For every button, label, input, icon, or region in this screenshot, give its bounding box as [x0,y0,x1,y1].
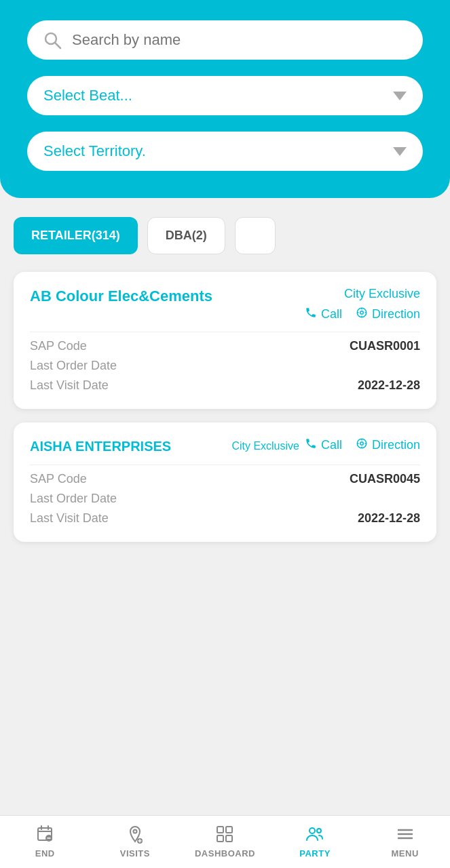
order-row-2: Last Order Date [30,492,420,506]
beat-chevron-icon [393,92,407,100]
visit-value-1: 2022-12-28 [358,378,420,393]
card-divider-1 [30,332,420,332]
order-label-1: Last Order Date [30,359,117,373]
svg-rect-24 [217,827,223,833]
nav-label-visits: VISITS [120,848,150,859]
menu-icon [394,823,417,846]
nav-label-dashboard: DASHBOARD [195,848,255,859]
svg-point-29 [317,829,321,833]
header-area: Select Beat... Select Territory. [0,0,450,198]
territory-chevron-icon [393,147,407,156]
visit-row-1: Last Visit Date 2022-12-28 [30,378,420,393]
retailer-card-1: AB Colour Elec&Cements City Exclusive Ca… [14,272,436,409]
search-input[interactable] [72,31,408,49]
tabs-area: RETAILER(314) DBA(2) [0,198,450,261]
direction-label-1: Direction [372,307,420,321]
nav-item-party[interactable]: PARTY [270,823,360,859]
nav-label-party: PARTY [299,848,331,859]
nav-item-dashboard[interactable]: DASHBOARD [180,823,270,859]
sap-value-1: CUASR0001 [350,339,420,353]
svg-rect-27 [226,835,232,842]
svg-line-1 [56,43,61,49]
svg-point-0 [45,33,56,44]
card-details-2: SAP Code CUASR0045 Last Order Date Last … [30,472,420,526]
bottom-nav: END VISITS DASHBOARD [0,815,450,868]
phone-icon-2 [305,437,317,453]
tab-other[interactable] [235,217,276,254]
search-bar [27,20,423,60]
territory-dropdown[interactable]: Select Territory. [27,132,423,171]
call-label-2: Call [321,438,342,452]
retailer-card-2: AISHA ENTERPRISES City Exclusive Call Di… [14,422,436,542]
visit-value-2: 2022-12-28 [358,511,420,526]
nav-item-menu[interactable]: MENU [360,823,450,859]
card-top-row-2: AISHA ENTERPRISES City Exclusive Call Di… [30,437,420,455]
retailer-name-1: AB Colour Elec&Cements [30,287,305,307]
direction-icon-1 [356,307,368,322]
order-row-1: Last Order Date [30,359,420,373]
tab-retailer[interactable]: RETAILER(314) [14,217,138,254]
svg-point-28 [310,828,315,833]
visit-label-2: Last Visit Date [30,511,109,526]
order-label-2: Last Order Date [30,492,117,506]
card-actions-2: Call Direction [305,437,420,453]
card-divider-2 [30,465,420,465]
end-icon [33,823,56,846]
beat-dropdown-label: Select Beat... [43,87,132,104]
sap-label-1: SAP Code [30,339,87,353]
svg-point-20 [133,830,136,833]
content-area: AB Colour Elec&Cements City Exclusive Ca… [0,261,450,868]
territory-dropdown-label: Select Territory. [43,142,146,160]
card-top-row-1: AB Colour Elec&Cements City Exclusive Ca… [30,287,420,322]
sap-row-2: SAP Code CUASR0045 [30,472,420,486]
phone-icon-1 [305,307,317,322]
visit-row-2: Last Visit Date 2022-12-28 [30,511,420,526]
call-button-1[interactable]: Call [305,307,342,322]
call-label-1: Call [321,307,342,321]
sap-value-2: CUASR0045 [350,472,420,486]
svg-rect-26 [217,835,223,842]
retailer-name-2: AISHA ENTERPRISES [30,437,225,455]
dashboard-icon [213,823,236,846]
party-icon [303,823,326,846]
city-exclusive-badge-2: City Exclusive [231,440,299,452]
city-exclusive-badge-1: City Exclusive [344,287,420,301]
nav-label-end: END [35,848,55,859]
direction-label-2: Direction [372,438,420,452]
sap-row-1: SAP Code CUASR0001 [30,339,420,353]
card-details-1: SAP Code CUASR0001 Last Order Date Last … [30,339,420,393]
tab-dba[interactable]: DBA(2) [147,217,225,254]
svg-point-9 [360,442,364,446]
svg-point-3 [360,311,364,315]
sap-label-2: SAP Code [30,472,87,486]
direction-button-2[interactable]: Direction [356,437,420,453]
nav-item-visits[interactable]: VISITS [90,823,181,859]
visits-icon [124,823,147,846]
beat-dropdown[interactable]: Select Beat... [27,76,423,115]
direction-icon-2 [356,437,368,453]
call-button-2[interactable]: Call [305,437,342,453]
search-icon [42,30,62,50]
nav-label-menu: MENU [392,848,419,859]
visit-label-1: Last Visit Date [30,378,109,393]
card-actions-1: Call Direction [305,307,420,322]
nav-item-end[interactable]: END [0,823,90,859]
card-badge-actions-1: City Exclusive Call Direction [305,287,420,322]
direction-button-1[interactable]: Direction [356,307,420,322]
svg-rect-25 [226,827,232,833]
